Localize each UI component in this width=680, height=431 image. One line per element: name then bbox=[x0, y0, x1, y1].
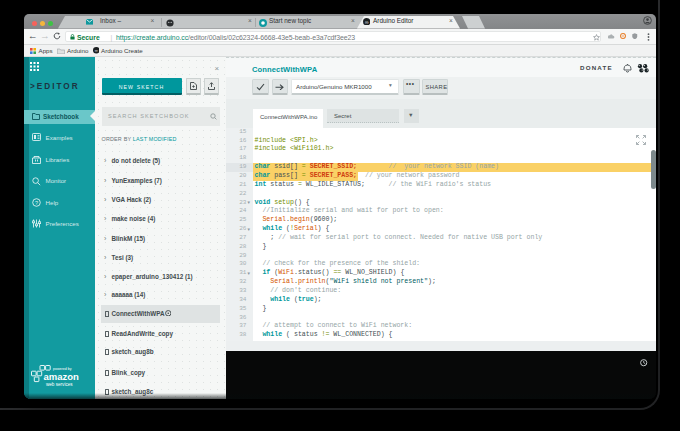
svg-text:∞: ∞ bbox=[365, 19, 369, 25]
svg-text:amazon: amazon bbox=[44, 371, 80, 382]
svg-text:∞: ∞ bbox=[94, 48, 97, 53]
svg-text:web services: web services bbox=[46, 382, 73, 387]
svg-text:?: ? bbox=[35, 200, 38, 206]
